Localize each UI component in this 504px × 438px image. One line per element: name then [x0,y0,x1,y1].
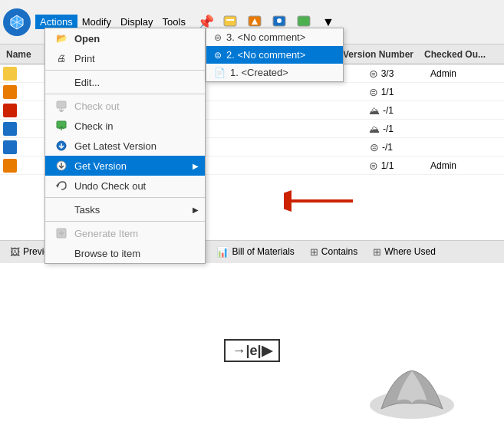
contains-tab-icon: ⊞ [310,246,318,258]
tasks-arrow: ▶ [193,206,199,214]
version-val-3: -/1 [383,105,394,116]
version-val-1: 3/3 [381,68,394,79]
menu-getversion[interactable]: Get Version ▶ [45,156,205,176]
row-icon-4 [3,122,17,136]
app-logo [3,8,31,36]
row-icon-5 [3,140,17,154]
tab-contains-label: Contains [321,246,357,257]
separator-2 [45,94,205,94]
menu-edit[interactable]: Edit... [45,72,205,92]
cell-checked-1: Admin [427,68,504,79]
menu-open[interactable]: 📂 Open [45,28,205,48]
svg-rect-0 [224,16,236,26]
preview-content: →|e|▶ [224,339,279,362]
submenu-v3-label: 3. <No comment> [226,31,305,43]
tab-bom-label: Bill of Materials [232,246,294,257]
version-val-6: 1/1 [381,160,394,171]
menu-browseitem[interactable]: Browse to item [45,243,205,263]
row-icon-3 [3,104,17,117]
submenu-v1-label: 1. <Created> [230,67,288,78]
col-version-header: Version Number [332,49,424,60]
getversion-arrow: ▶ [193,162,199,170]
checkout-icon [54,99,68,113]
print-icon: 🖨 [54,51,68,65]
preview-area: →|e|▶ [0,263,504,439]
tasks-icon [54,203,68,216]
cell-checked-6: Admin [427,160,504,171]
getversion-icon [54,159,68,173]
whereused-tab-icon: ⊞ [373,246,381,258]
menu-checkin[interactable]: Check in [45,116,205,136]
tab-bom[interactable]: 📊 Bill of Materials [209,244,301,260]
edit-preview-button[interactable]: →|e|▶ [224,339,279,362]
separator-3 [45,197,205,198]
version-val-5: -/1 [382,142,393,153]
cell-version-1: ⊜ 3/3 [335,68,427,80]
tab-whereused-label: Where Used [384,246,436,257]
svg-rect-8 [57,101,66,108]
getversion-submenu: ⊜ 3. <No comment> ⊜ 2. <No comment> 📄 1.… [206,28,344,82]
version-icon-4: ⛰ [369,123,380,135]
getlatest-icon [54,139,68,153]
version-icon-6: ⊜ [369,160,378,172]
version-icon-5: ⊜ [370,141,379,153]
open-icon: 📂 [54,31,68,45]
cell-version-2: ⊜ 1/1 [335,86,427,98]
svg-point-5 [277,18,282,23]
row-icon-1 [3,67,17,81]
version-icon-2: ⊜ [369,86,378,98]
svg-marker-16 [56,183,58,188]
menu-generateitem[interactable]: Generate Item [45,223,205,243]
submenu-v1[interactable]: 📄 1. <Created> [206,64,343,81]
version-icon-3: ⛰ [369,104,380,117]
version-val-4: -/1 [383,123,394,134]
row-name-1 [20,69,22,78]
cell-version-4: ⛰ -/1 [335,123,427,135]
menu-print[interactable]: 🖨 Print [45,48,205,68]
checkin-icon [54,119,68,133]
tab-contains[interactable]: ⊞ Contains [303,244,364,260]
menu-undocheckout[interactable]: Undo Check out [45,176,205,196]
svg-rect-6 [298,16,310,26]
col-checked-header: Checked Ou... [424,49,501,60]
tab-whereused[interactable]: ⊞ Where Used [366,244,443,260]
cell-version-6: ⊜ 1/1 [335,160,427,172]
submenu-v3[interactable]: ⊜ 3. <No comment> [206,28,343,46]
submenu-v2-icon: ⊜ [214,50,222,61]
actions-dropdown: 📂 Open 🖨 Print Edit... Check out Check i… [44,28,206,264]
menu-getlatest[interactable]: Get Latest Version [45,136,205,156]
menu-checkout[interactable]: Check out [45,96,205,116]
row-icon-6 [3,159,17,173]
preview-tab-icon: 🖼 [10,246,20,258]
undocheckout-icon [54,179,68,193]
submenu-v3-icon: ⊜ [214,32,222,43]
separator-4 [45,221,205,222]
separator-1 [45,70,205,71]
browseitem-icon [54,246,68,260]
menu-tasks[interactable]: Tasks ▶ [45,199,205,219]
submenu-v2[interactable]: ⊜ 2. <No comment> [206,46,343,64]
svg-rect-1 [226,19,234,21]
submenu-v2-label: 2. <No comment> [226,49,305,61]
version-icon-1: ⊜ [369,68,378,80]
version-val-2: 1/1 [381,87,394,97]
submenu-v1-icon: 📄 [214,68,226,78]
bom-tab-icon: 📊 [216,246,229,258]
generateitem-icon [54,226,68,240]
cell-version-3: ⛰ -/1 [335,104,427,117]
edit-icon [54,75,68,89]
shape-preview [366,359,458,423]
cell-version-5: ⊜ -/1 [335,141,427,153]
row-icon-2 [3,85,17,99]
